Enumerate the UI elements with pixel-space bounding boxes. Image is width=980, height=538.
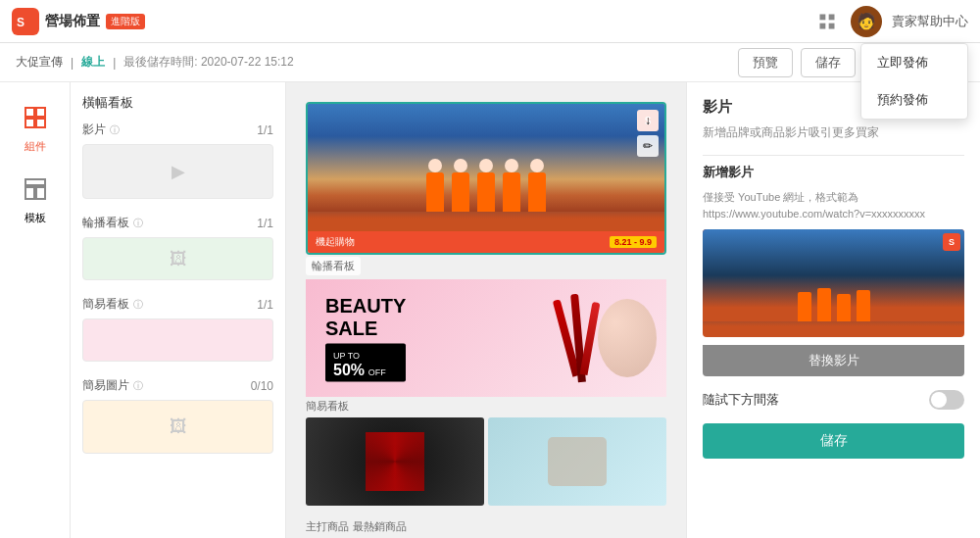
url-hint: 僅接受 YouTube 網址，格式範為 https://www.youtube.… [703, 189, 964, 221]
canvas-main-product-block: 主打商品 最熱銷商品 [306, 506, 666, 534]
save-time: 最後儲存時間: 2020-07-22 15:12 [123, 54, 293, 71]
toggle-row: 隨試下方間落 [703, 390, 964, 410]
main-layout: 組件 模板 橫幅看板 影片 ⓘ 1/1 ▶ [0, 82, 980, 538]
dropdown-item-schedule[interactable]: 預約發佈 [861, 81, 967, 119]
component-video-name: 影片 ⓘ [82, 122, 120, 138]
video-preview-thumb: S 機起購物 8.21 - 9.9 [703, 229, 964, 337]
thumb-player-1 [798, 292, 811, 321]
beauty-upto: UP TO [333, 351, 360, 361]
breadcrumb: 大促宣傳 [16, 54, 63, 71]
svg-rect-4 [829, 23, 835, 28]
header-title: 營場佈置 [45, 13, 100, 30]
svg-rect-2 [829, 14, 835, 20]
video-thumbnail: ▶ S [308, 104, 664, 231]
beauty-percent: 50% [333, 362, 365, 378]
right-panel-title: 影片 [703, 98, 732, 117]
video-block[interactable]: 影片 ▶ S 機起購 [306, 102, 666, 255]
beauty-badge: UP TO 50% OFF [325, 344, 406, 382]
dropdown-item-publish-now[interactable]: 立即發佈 [861, 44, 967, 81]
simple-banner-images [306, 417, 666, 506]
svg-rect-10 [25, 187, 34, 199]
thumb-players [703, 288, 964, 321]
separator [703, 155, 964, 156]
football-players [308, 163, 664, 212]
canvas-simple-banner-block: 簡易看板 [306, 399, 666, 506]
component-slider-preview: 🖼 [82, 237, 273, 280]
player-5 [528, 172, 546, 212]
toggle-switch[interactable] [929, 390, 964, 410]
template-icon [24, 177, 47, 207]
component-simple-img-preview: 🖼 [82, 400, 273, 454]
seller-center-link[interactable]: 賣家幫助中心 [892, 13, 968, 30]
component-simple-img-name: 簡易圖片 ⓘ [82, 377, 143, 394]
sidebar-template-label: 模板 [24, 211, 46, 225]
svg-rect-6 [36, 108, 45, 117]
left-sidebar: 組件 模板 [0, 82, 71, 538]
replace-video-button[interactable]: 替換影片 [703, 345, 964, 376]
video-date: 8.21 - 9.9 [610, 236, 657, 248]
player-1 [426, 172, 444, 212]
svg-rect-3 [820, 23, 826, 28]
video-action-down[interactable]: ↓ [637, 110, 659, 131]
toggle-label: 隨試下方間落 [703, 391, 779, 409]
thumb-player-4 [857, 290, 870, 321]
svg-rect-8 [36, 119, 45, 127]
sidebar-item-template[interactable]: 模板 [6, 170, 65, 233]
slider-block-label: 輪播看板 [306, 257, 361, 275]
simple-img-icon: 🖼 [170, 416, 187, 437]
grid-icon[interactable] [813, 8, 841, 35]
save-button[interactable]: 儲存 [801, 48, 856, 77]
info-icon-simple-img: ⓘ [133, 379, 143, 393]
shopee-logo-small: S [943, 233, 960, 251]
component-icon [24, 106, 47, 135]
component-item-slider: 輪播看板 ⓘ 1/1 🖼 [82, 215, 273, 280]
header: S 營場佈置 進階版 🧑 賣家幫助中心 [0, 0, 980, 43]
component-item-video: 影片 ⓘ 1/1 ▶ [82, 122, 273, 199]
beauty-title: BEAUTY [325, 295, 406, 318]
right-panel-section-title: 新增影片 [703, 164, 964, 181]
simple-banner-img-1[interactable] [306, 417, 484, 506]
component-item-simple-img: 簡易圖片 ⓘ 0/10 🖼 [82, 377, 273, 454]
video-actions: ↓ ✏ [637, 110, 659, 157]
info-icon-simple-banner: ⓘ [133, 298, 143, 312]
right-panel: 影片 ✕ 新增品牌或商品影片吸引更多買家 新增影片 僅接受 YouTube 網址… [686, 82, 980, 538]
header-badge: 進階版 [106, 14, 145, 29]
component-slider-name: 輪播看板 ⓘ [82, 215, 143, 231]
simple-banner-img-2[interactable] [488, 417, 666, 506]
cosmetics-img [548, 437, 607, 486]
product-silhouettes [563, 279, 657, 397]
component-video-preview: ▶ [82, 144, 273, 199]
component-slider-count: 1/1 [257, 217, 273, 230]
thumb-player-3 [837, 294, 851, 321]
sidebar-component-label: 組件 [24, 139, 46, 154]
canvas-slider-block: 輪播看板 BEAUTY SALE UP TO 50% OFF [306, 257, 666, 399]
player-4 [503, 172, 520, 212]
thumb-player-2 [817, 288, 831, 321]
svg-rect-1 [820, 14, 826, 20]
avatar[interactable]: 🧑 [851, 6, 882, 37]
publish-dropdown-menu: 立即發佈 預約發佈 [860, 43, 968, 120]
preview-button[interactable]: 預覽 [738, 48, 793, 77]
shopee-logo-icon: S [12, 8, 39, 35]
video-promo-text: 機起購物 [316, 235, 355, 249]
video-action-edit[interactable]: ✏ [637, 135, 659, 157]
main-product-label: 主打商品 [306, 519, 349, 534]
header-logo: S 營場佈置 進階版 [12, 8, 145, 35]
slider-image: BEAUTY SALE UP TO 50% OFF [306, 279, 666, 397]
image-preview-icon: 🖼 [170, 249, 187, 269]
info-icon-slider: ⓘ [133, 217, 143, 230]
right-panel-desc: 新增品牌或商品影片吸引更多買家 [703, 124, 964, 141]
lipstick-radial [366, 432, 424, 491]
canvas-area: 影片 ▶ S 機起購 [286, 82, 686, 538]
player-3 [477, 172, 495, 212]
slider-block[interactable]: BEAUTY SALE UP TO 50% OFF [306, 279, 666, 397]
powder-compact [598, 299, 657, 377]
panel-title: 橫幅看板 [82, 94, 273, 112]
save-panel-button[interactable]: 儲存 [703, 423, 964, 459]
component-video-count: 1/1 [257, 123, 273, 137]
svg-rect-7 [25, 119, 34, 127]
sidebar-item-component[interactable]: 組件 [6, 98, 65, 162]
component-simple-banner-name: 簡易看板 ⓘ [82, 296, 143, 313]
component-item-simple-banner: 簡易看板 ⓘ 1/1 [82, 296, 273, 362]
status-online: 線上 [81, 54, 105, 71]
